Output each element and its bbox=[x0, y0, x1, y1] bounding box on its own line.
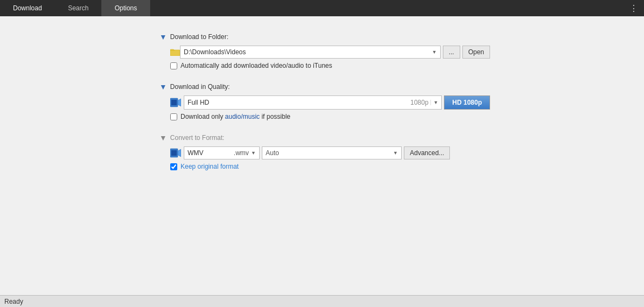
open-button[interactable]: Open bbox=[462, 46, 490, 59]
section-download-quality: ▼ Download in Quality: Full HD 1080p ▼ H… bbox=[159, 82, 490, 120]
section-title-convert: Convert to Format: bbox=[170, 134, 224, 142]
format-ext-text: .wmv bbox=[234, 149, 249, 157]
menu-icon[interactable]: ⋮ bbox=[629, 3, 639, 14]
section-header-convert: ▼ Convert to Format: bbox=[159, 133, 490, 142]
audio-label-suffix: if possible bbox=[260, 113, 291, 120]
keep-format-checkbox[interactable] bbox=[170, 163, 177, 170]
itunes-label: Automatically add downloaded video/audio… bbox=[181, 62, 332, 69]
tab-search[interactable]: Search bbox=[55, 0, 101, 16]
arrow-icon-convert: ▼ bbox=[159, 133, 167, 142]
options-container: ▼ Download to Folder: D:\Downloads\Video… bbox=[154, 33, 490, 170]
audio-only-checkbox[interactable] bbox=[170, 113, 177, 120]
itunes-checkbox[interactable] bbox=[170, 62, 177, 69]
format-dropdown-arrow[interactable]: ▼ bbox=[251, 150, 256, 156]
auto-text: Auto bbox=[266, 149, 393, 157]
auto-dropdown-arrow[interactable]: ▼ bbox=[393, 150, 398, 156]
svg-marker-5 bbox=[178, 149, 181, 157]
svg-rect-6 bbox=[171, 150, 177, 156]
format-selector-container: WMV .wmv ▼ bbox=[184, 146, 260, 159]
quality-selector-container: Full HD 1080p ▼ bbox=[184, 95, 442, 110]
format-icon bbox=[170, 148, 181, 158]
folder-path-row: D:\Downloads\Videos ▼ ... Open bbox=[170, 46, 490, 59]
folder-icon bbox=[170, 48, 180, 56]
section-download-folder: ▼ Download to Folder: D:\Downloads\Video… bbox=[159, 33, 490, 69]
audio-label-prefix: Download only bbox=[181, 113, 225, 120]
folder-path-text: D:\Downloads\Videos bbox=[184, 48, 432, 56]
main-content: ▼ Download to Folder: D:\Downloads\Video… bbox=[0, 16, 644, 295]
audio-only-label: Download only audio/music if possible bbox=[181, 113, 291, 120]
section-header-quality: ▼ Download in Quality: bbox=[159, 82, 490, 91]
advanced-button[interactable]: Advanced... bbox=[404, 146, 450, 159]
topbar: Download Search Options ⋮ bbox=[0, 0, 644, 16]
tab-options[interactable]: Options bbox=[101, 0, 150, 16]
audio-label-emphasis: audio/music bbox=[225, 113, 260, 120]
folder-dropdown-arrow[interactable]: ▼ bbox=[432, 49, 437, 55]
itunes-checkbox-row: Automatically add downloaded video/audio… bbox=[170, 62, 490, 69]
auto-selector-container: Auto ▼ bbox=[262, 146, 402, 159]
quality-resolution-text: 1080p bbox=[410, 99, 428, 106]
hd-button[interactable]: HD 1080p bbox=[444, 95, 490, 110]
statusbar: Ready bbox=[0, 295, 644, 307]
arrow-icon-quality: ▼ bbox=[159, 82, 167, 91]
svg-marker-2 bbox=[178, 99, 181, 106]
section-header-folder: ▼ Download to Folder: bbox=[159, 33, 490, 41]
keep-format-label: Keep original format bbox=[181, 163, 239, 170]
browse-button[interactable]: ... bbox=[443, 46, 460, 59]
audio-checkbox-row: Download only audio/music if possible bbox=[170, 113, 490, 120]
svg-rect-3 bbox=[171, 100, 177, 105]
folder-path-container: D:\Downloads\Videos ▼ bbox=[180, 46, 441, 59]
quality-select-row: Full HD 1080p ▼ HD 1080p bbox=[170, 95, 490, 110]
arrow-icon-folder: ▼ bbox=[159, 33, 167, 41]
svg-rect-0 bbox=[170, 50, 180, 56]
section-title-quality: Download in Quality: bbox=[170, 83, 230, 91]
section-title-folder: Download to Folder: bbox=[170, 33, 228, 41]
keep-format-checkbox-row: Keep original format bbox=[170, 163, 490, 170]
format-name-text: WMV bbox=[188, 149, 234, 157]
quality-name-text: Full HD bbox=[188, 99, 410, 106]
tab-download[interactable]: Download bbox=[0, 0, 55, 16]
quality-video-icon bbox=[170, 98, 181, 107]
quality-dropdown-arrow[interactable]: ▼ bbox=[430, 100, 438, 105]
format-select-row: WMV .wmv ▼ Auto ▼ Advanced... bbox=[170, 146, 490, 159]
section-convert-format: ▼ Convert to Format: WMV .wmv ▼ bbox=[159, 133, 490, 170]
status-text: Ready bbox=[4, 298, 23, 305]
